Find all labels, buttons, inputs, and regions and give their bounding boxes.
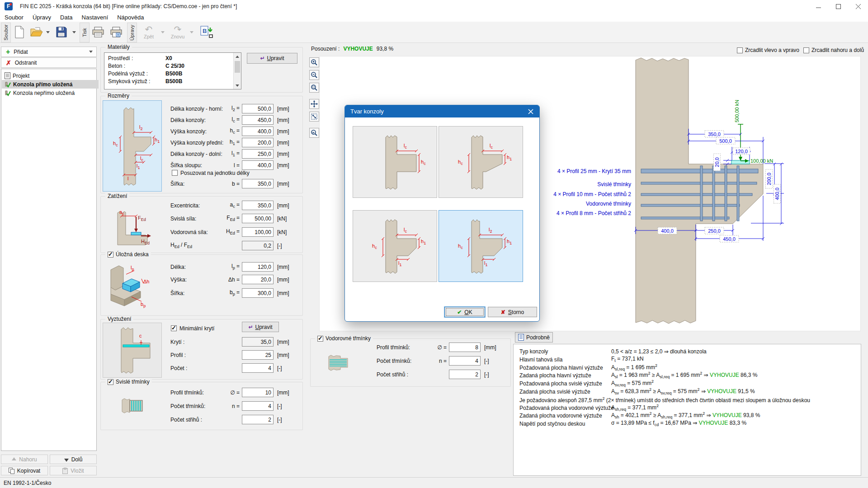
fit-view-button[interactable] <box>309 112 319 122</box>
profile-input[interactable]: 25 <box>242 350 274 360</box>
eccentricity-input[interactable]: 350,0 <box>242 201 274 210</box>
remove-label: Odstranit <box>15 60 37 66</box>
zoom-out-button[interactable] <box>309 70 319 80</box>
scroll-up-button[interactable] <box>234 53 241 60</box>
new-file-button[interactable] <box>11 23 28 42</box>
shape-option-4-selected[interactable]: l2 hc h1 l1 <box>439 210 523 282</box>
undo-button[interactable]: ↶ Zpět <box>137 23 160 42</box>
save-button[interactable] <box>52 23 71 42</box>
undo-dropdown[interactable] <box>160 23 165 42</box>
h1-input[interactable]: 200,0 <box>242 138 274 147</box>
pan-button[interactable] <box>309 99 319 109</box>
materials-edit-button[interactable]: ↵ Upravit <box>247 53 297 64</box>
vertical-stirrups-checkbox[interactable] <box>108 379 113 385</box>
hstirrup-count-input[interactable]: 4 <box>449 356 481 366</box>
shape-option-2[interactable]: lc hc h1 <box>439 126 523 198</box>
checkbox-label: Posuzovat na jednotku délky <box>180 170 250 176</box>
count-input[interactable]: 4 <box>242 363 274 373</box>
scroll-down-button[interactable] <box>234 82 241 89</box>
paste-button[interactable]: Vložit <box>50 466 97 475</box>
plate-width-input[interactable]: 300,0 <box>242 288 274 298</box>
menu-napoveda[interactable]: Nápověda <box>113 13 148 22</box>
code-standard: EN 1992-1-1/Česko <box>4 480 51 486</box>
menu-soubor[interactable]: Soubor <box>0 13 28 22</box>
l2-input[interactable]: 500,0 <box>242 104 274 113</box>
hc-input[interactable]: 400,0 <box>242 127 274 136</box>
horizontal-force-input[interactable]: 100,00 <box>242 227 274 237</box>
close-button[interactable] <box>848 0 868 13</box>
add-label: Přidat <box>14 49 28 55</box>
scroll-thumb[interactable] <box>235 61 240 73</box>
hstirrup-shear-input[interactable]: 2 <box>449 370 481 379</box>
redo-dropdown[interactable] <box>189 23 194 42</box>
mirror-ud-checkbox[interactable] <box>803 47 809 53</box>
unit-length-checkbox[interactable] <box>172 170 178 176</box>
menu-upravy[interactable]: Úpravy <box>28 13 56 22</box>
mirror-lr-checkbox[interactable] <box>737 47 743 53</box>
reinforcement-edit-button[interactable]: ↵ Upravit <box>242 322 279 332</box>
field-label: Výška konzoly: <box>170 128 226 135</box>
horizontal-stirrups-checkbox[interactable] <box>317 336 323 342</box>
plate-height-input[interactable]: 20,0 <box>242 275 274 284</box>
print-button[interactable] <box>90 23 107 42</box>
scrollbar[interactable] <box>233 53 241 89</box>
dialog-title-bar[interactable]: Tvar konzoly <box>345 105 539 117</box>
field-label: Šířka: <box>170 181 226 187</box>
move-down-button[interactable]: Dolů <box>50 455 97 464</box>
remove-button[interactable]: ✗ Odstranit <box>1 57 97 68</box>
tree-item-konzola-neprimo[interactable]: Konzola nepřímo uložená <box>2 89 99 97</box>
cancel-button[interactable]: ✘ Storno <box>488 307 537 317</box>
min-cover-checkbox[interactable] <box>171 325 177 331</box>
menu-data[interactable]: Data <box>56 13 77 22</box>
annotation-hstirrups-title: Vodorovné třmínky <box>586 201 631 207</box>
vertical-force-input[interactable]: 500,00 <box>242 214 274 223</box>
zoom-window-button[interactable] <box>309 83 319 93</box>
pan-icon <box>311 100 318 108</box>
shape-option-1[interactable]: lc hc <box>353 126 437 198</box>
vstirrup-count-input[interactable]: 4 <box>242 401 274 411</box>
vstirrup-profile-input[interactable]: 10 <box>242 388 274 397</box>
plate-length-input[interactable]: 120,0 <box>242 262 274 272</box>
save-icon <box>56 26 67 38</box>
tree-item-konzola-primo[interactable]: Konzola přímo uložená <box>2 80 99 89</box>
dialog-close-button[interactable] <box>524 105 538 117</box>
toolbar-group-soubor: Soubor <box>1 23 11 42</box>
bearing-plate-checkbox[interactable] <box>108 252 113 258</box>
close-icon <box>856 4 861 9</box>
save-dropdown[interactable] <box>71 23 77 42</box>
materials-list[interactable]: Prostředí :X0 Beton :C 25/30 Podélná výz… <box>104 52 241 89</box>
tree-item-projekt[interactable]: Projekt <box>2 71 99 80</box>
l1-input[interactable]: 250,0 <box>242 149 274 159</box>
redo-button[interactable]: ↷ Znovu <box>166 23 189 42</box>
open-file-button[interactable] <box>28 23 45 42</box>
chevron-down-icon <box>46 31 50 33</box>
move-up-button[interactable]: Nahoru <box>1 455 48 464</box>
print-preview-button[interactable] <box>108 23 125 42</box>
calculation-button[interactable]: B <box>197 23 216 42</box>
shape-option-3[interactable]: lc hc h1 l1 <box>353 210 437 282</box>
minimize-button[interactable] <box>808 0 828 13</box>
zoom-in-icon <box>311 59 318 66</box>
maximize-button[interactable] <box>828 0 848 13</box>
field-symbol: lp = <box>226 263 240 270</box>
add-button[interactable]: + Přidat <box>1 47 97 57</box>
field-unit: [-] <box>484 371 489 378</box>
result-line: Požadovaná plocha svislé výztužeAsv,req … <box>519 380 654 387</box>
details-button[interactable]: Podrobně <box>515 332 553 343</box>
zoom-previous-button[interactable] <box>309 128 319 138</box>
app-icon <box>5 2 13 10</box>
copy-button[interactable]: Kopírovat <box>1 466 48 475</box>
zoom-in-button[interactable] <box>309 57 319 67</box>
group-title: Vodorovné třmínky <box>315 335 373 342</box>
field-unit: [mm] <box>277 117 289 123</box>
field-symbol: l2 = <box>226 105 240 112</box>
open-dropdown[interactable] <box>45 23 51 42</box>
lc-input[interactable]: 450,0 <box>242 115 274 125</box>
menu-nastaveni[interactable]: Nastavení <box>77 13 113 22</box>
enter-arrow-icon: ↵ <box>248 324 253 330</box>
vstirrup-shear-input[interactable]: 2 <box>242 415 274 424</box>
hstirrup-profile-input[interactable]: 8 <box>449 343 481 352</box>
ok-button[interactable]: ✔ OK <box>444 307 485 317</box>
group-title: Svislé třmínky <box>105 379 152 385</box>
width-input[interactable]: 350,0 <box>242 179 274 188</box>
